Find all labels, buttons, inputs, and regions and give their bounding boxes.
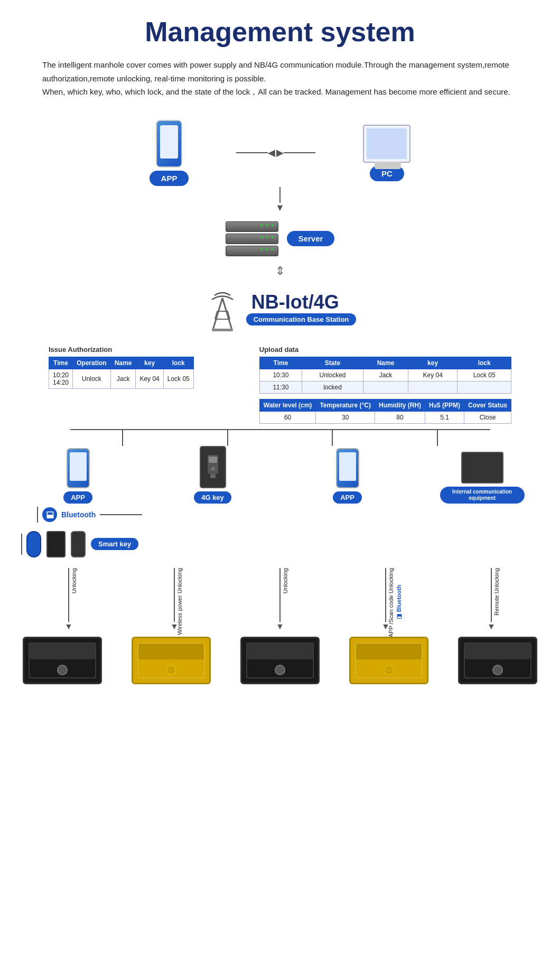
col-name: Name bbox=[110, 357, 136, 369]
server-block: Server bbox=[0, 218, 560, 260]
smart-keys-section: Smart key bbox=[0, 526, 560, 563]
app-block: APP bbox=[150, 120, 189, 186]
remote-label: Remote Unlocking bbox=[493, 568, 500, 616]
bluetooth-row: ⬓ Bluetooth bbox=[0, 504, 560, 526]
unlocking2-label: Unlocking bbox=[282, 568, 288, 593]
internal-comm-col: Internal communication equipment bbox=[440, 452, 525, 504]
app3-col: APP bbox=[305, 448, 390, 504]
bt-vertical-label: ⬓ Bluetooth bbox=[395, 584, 402, 620]
4gkey-col: 4G key bbox=[171, 446, 255, 504]
diagram-area: APP ◀ ▶ PC ▼ bbox=[0, 109, 560, 700]
app3-phone-icon bbox=[336, 448, 359, 488]
svg-line-1 bbox=[222, 298, 232, 330]
svg-rect-8 bbox=[209, 457, 217, 463]
upload-data-table: Upload data Time State Name key lock 10:… bbox=[259, 346, 511, 424]
internal-comm-badge: Internal communication equipment bbox=[440, 487, 525, 504]
cover-4 bbox=[349, 637, 428, 684]
cover-5 bbox=[458, 637, 537, 684]
app-phone-icon bbox=[67, 448, 90, 488]
server-badge: Server bbox=[287, 231, 335, 246]
remote-col: Remote Unlocking ▼ bbox=[487, 568, 496, 631]
server-icon bbox=[226, 218, 278, 260]
pc-icon bbox=[363, 125, 410, 163]
key-fob-icon bbox=[26, 531, 41, 557]
app-scan-col: APP /Scan code Unlocking ⬓ Bluetooth ▼ bbox=[381, 568, 390, 631]
comm-base-badge: Communication Base Station bbox=[246, 313, 357, 325]
smart-key-badge: Smart key bbox=[91, 538, 138, 550]
bluetooth-label: Bluetooth bbox=[61, 510, 96, 519]
upload-sensor-table: Water level (cm) Temperature (°C) Humidi… bbox=[259, 399, 511, 424]
col-key: key bbox=[136, 357, 163, 369]
svg-rect-6 bbox=[212, 329, 233, 331]
cover-3 bbox=[240, 637, 320, 684]
app3-badge: APP bbox=[333, 491, 362, 504]
tables-section: Issue Authorization Time Operation Name … bbox=[0, 340, 560, 429]
devices-row: APP 4G key APP Internal communica bbox=[0, 446, 560, 504]
upload-data-title: Upload data bbox=[259, 346, 511, 353]
table-row: 11:30 locked bbox=[259, 381, 511, 393]
table-row: 10:2014:20 Unlock Jack Key 04 Lock 05 bbox=[49, 369, 194, 388]
bluetooth-icon: ⬓ bbox=[42, 507, 57, 522]
app-badge: APP bbox=[150, 171, 189, 186]
nbiot-title: NB-Iot/4G bbox=[251, 291, 357, 313]
page-title: Management system bbox=[0, 0, 560, 53]
phone-icon bbox=[156, 120, 182, 167]
col-operation: Operation bbox=[73, 357, 111, 369]
issue-auth-data: Time Operation Name key lock 10:2014:20 … bbox=[49, 357, 194, 389]
app-bt-col: APP bbox=[36, 448, 120, 504]
nbiot-block: NB-Iot/4G Communication Base Station bbox=[0, 282, 560, 335]
intro-text: The intelligent manhole cover comes with… bbox=[0, 53, 560, 109]
svg-line-0 bbox=[213, 298, 222, 330]
issue-auth-table: Issue Authorization Time Operation Name … bbox=[49, 346, 194, 389]
table-row: 10:30 Unlocked Jack Key 04 Lock 05 bbox=[259, 369, 511, 381]
col-lock: lock bbox=[163, 357, 193, 369]
internal-device-icon bbox=[461, 452, 503, 483]
app2-badge: APP bbox=[63, 491, 92, 504]
cover-2 bbox=[132, 637, 211, 684]
tower-icon bbox=[207, 285, 238, 332]
unlocking1-col: Unlocking ▼ bbox=[64, 568, 73, 631]
col-time: Time bbox=[49, 357, 73, 369]
manhole-black-1 bbox=[23, 637, 102, 684]
svg-point-10 bbox=[212, 468, 214, 470]
wireless-label: Wireless power Unlocking bbox=[176, 568, 183, 635]
pc-block: PC bbox=[363, 125, 410, 181]
upload-state-table: Time State Name key lock 10:30 Unlocked … bbox=[259, 357, 511, 394]
key-tag-icon bbox=[71, 531, 86, 557]
table-row: 60 30 80 5.1 Close bbox=[259, 411, 511, 423]
manhole-black-3 bbox=[458, 637, 537, 684]
4gkey-badge: 4G key bbox=[194, 491, 231, 504]
cover-1 bbox=[23, 637, 102, 684]
covers-row bbox=[0, 631, 560, 695]
4gkey-icon bbox=[200, 446, 226, 488]
wireless-col: Wireless power Unlocking ▼ bbox=[170, 568, 179, 631]
svg-rect-11 bbox=[210, 474, 216, 478]
manhole-yellow-2 bbox=[349, 637, 428, 684]
manhole-black-2 bbox=[240, 637, 320, 684]
issue-auth-title: Issue Authorization bbox=[49, 346, 194, 353]
key-card-icon bbox=[46, 531, 66, 557]
vertical-labels-section: Unlocking ▼ Wireless power Unlocking ▼ U… bbox=[0, 563, 560, 631]
app-scan-label: APP /Scan code Unlocking bbox=[388, 568, 394, 637]
manhole-yellow-1 bbox=[132, 637, 211, 684]
unlocking1-label: Unlocking bbox=[71, 568, 77, 593]
unlocking2-col: Unlocking ▼ bbox=[276, 568, 284, 631]
